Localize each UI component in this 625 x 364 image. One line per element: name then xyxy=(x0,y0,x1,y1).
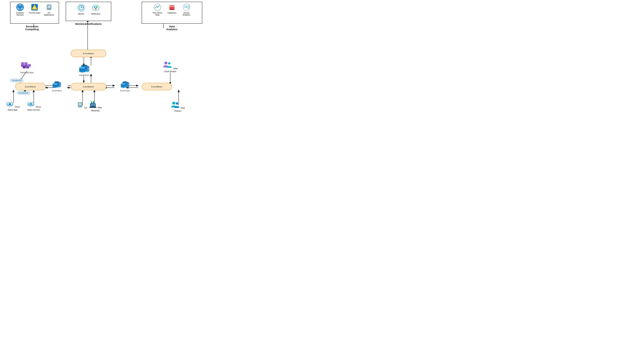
svg-point-47 xyxy=(94,6,95,8)
svg-rect-96 xyxy=(28,64,31,67)
cloud-events-badge-top: CloudEvents xyxy=(10,79,23,82)
function-apps-label: Function Apps xyxy=(29,12,40,14)
svg-point-45 xyxy=(81,7,82,8)
stream-analytics-label: Stream Analytics xyxy=(181,12,192,16)
svg-point-69 xyxy=(79,67,85,69)
time-series-label: Time Series Data xyxy=(152,12,163,16)
databricks-icon-item: Databricks xyxy=(166,3,178,14)
function-apps-icon-item: ⚡ Function Apps xyxy=(29,3,40,14)
svg-point-39 xyxy=(49,9,50,10)
distributed-apps-label: Distributed Apps xyxy=(20,71,34,73)
notification-icon xyxy=(91,3,100,12)
svg-point-49 xyxy=(95,8,96,9)
svg-point-46 xyxy=(92,5,99,10)
analytics-icons: Time Series Data Databricks xyxy=(152,3,192,16)
svg-point-48 xyxy=(96,6,97,8)
eventmesh-center-label: EventMesh xyxy=(83,86,94,88)
svg-text:⚡: ⚡ xyxy=(34,7,35,9)
cloud-native-apps-group: Cloud Native Apps xyxy=(5,101,20,111)
eventmesh-left: EventMesh xyxy=(15,83,45,90)
eventmesh-top: EventMesh xyxy=(71,50,106,57)
other-cloud-vendors-icon xyxy=(162,61,173,69)
cloud-native-services-icon xyxy=(27,101,35,108)
svg-point-118 xyxy=(91,101,92,103)
svg-point-79 xyxy=(53,83,58,85)
svg-rect-108 xyxy=(79,103,81,105)
monitor-icon xyxy=(77,3,86,12)
cloud-native-services-group: Cloud Native Services xyxy=(26,101,41,111)
data-analytics-label: DataAnalytics xyxy=(157,25,187,31)
serverless-computing-box: Container Services ⚡ Function Apps xyxy=(10,2,59,24)
svg-point-122 xyxy=(172,102,175,105)
data-streaming-icon xyxy=(89,101,97,108)
monitor-label: Monitor xyxy=(78,13,84,15)
iot-icon xyxy=(76,101,84,109)
svg-rect-93 xyxy=(25,62,28,65)
cloud-events-badge-bottom: CloudEvents xyxy=(17,91,30,94)
event-store-right-label: Event Store xyxy=(120,90,130,92)
svg-point-120 xyxy=(164,61,167,64)
iot-applications-icon xyxy=(45,3,53,11)
notification-label: Notification xyxy=(91,13,100,15)
svg-point-88 xyxy=(121,86,126,88)
databricks-icon xyxy=(168,3,176,11)
svg-rect-55 xyxy=(169,7,174,8)
monitor-icons: Monitor Notification xyxy=(75,3,102,15)
eventmesh-left-label: EventMesh xyxy=(25,86,36,88)
other-cloud-vendors-group: Other Cloud Vendors xyxy=(162,61,179,73)
event-store-right: Event Store xyxy=(120,81,131,92)
svg-point-123 xyxy=(176,102,178,105)
svg-point-53 xyxy=(157,7,158,8)
monitor-notifications-box: Monitor Notification xyxy=(66,2,111,21)
svg-rect-56 xyxy=(169,5,174,6)
svg-rect-116 xyxy=(94,104,95,105)
svg-point-121 xyxy=(168,62,170,64)
cloud-events-bottom-label: CloudEvents xyxy=(19,92,28,94)
svg-point-89 xyxy=(121,83,126,85)
container-services-label: Container Services xyxy=(14,12,26,16)
cloud-events-top-label: CloudEvents xyxy=(12,80,22,81)
svg-point-101 xyxy=(9,103,10,104)
event-store-top: Event Store xyxy=(78,64,91,76)
distributed-apps-icon xyxy=(20,61,34,71)
notification-icon-item: Notification xyxy=(90,3,102,15)
svg-rect-40 xyxy=(48,4,50,5)
event-store-left-label: Event Store xyxy=(52,90,62,92)
eventmesh-right: EventMesh xyxy=(142,83,172,90)
svg-rect-94 xyxy=(23,66,26,68)
monitor-icon-item: Monitor xyxy=(75,3,87,15)
data-analytics-box: Time Series Data Databricks xyxy=(142,2,202,24)
event-store-top-cylinders xyxy=(78,64,91,74)
event-store-right-cylinders xyxy=(120,81,131,90)
distributed-apps-group: Distributed Apps xyxy=(20,61,34,73)
cloud-native-apps-icon xyxy=(5,101,14,108)
svg-rect-38 xyxy=(48,5,50,8)
svg-point-59 xyxy=(188,4,189,5)
architecture-diagram: Container Services ⚡ Function Apps xyxy=(0,0,209,121)
serverless-icons: Container Services ⚡ Function Apps xyxy=(14,3,55,16)
svg-point-68 xyxy=(79,70,85,72)
databricks-label: Databricks xyxy=(168,12,176,14)
iot-group: IoT xyxy=(76,101,88,109)
svg-rect-110 xyxy=(79,102,81,103)
event-store-left-cylinders xyxy=(51,81,62,90)
iot-applications-label: IoT Applications xyxy=(43,12,55,16)
svg-rect-91 xyxy=(21,62,24,65)
eventmesh-top-label: EventMesh xyxy=(83,52,94,55)
eventmesh-center: EventMesh xyxy=(71,83,106,90)
svg-rect-54 xyxy=(169,8,174,10)
container-services-icon xyxy=(16,3,24,11)
stream-analytics-icon-item: Stream Analytics xyxy=(181,3,192,16)
monitor-notifications-label: Monitor&Notifications xyxy=(66,22,110,25)
time-series-icon-item: Time Series Data xyxy=(152,3,163,16)
saas-partners-icon xyxy=(171,101,180,109)
container-services-icon-item: Container Services xyxy=(14,3,26,16)
event-store-left: Event Store xyxy=(51,81,62,92)
function-apps-icon: ⚡ xyxy=(31,3,38,11)
event-store-top-label: Event Store xyxy=(79,74,89,76)
stream-analytics-icon xyxy=(183,3,190,11)
data-streaming-group: Data Streaming xyxy=(89,101,102,112)
iot-applications-icon-item: IoT Applications xyxy=(43,3,55,16)
svg-rect-115 xyxy=(92,104,94,105)
time-series-icon xyxy=(154,3,161,11)
